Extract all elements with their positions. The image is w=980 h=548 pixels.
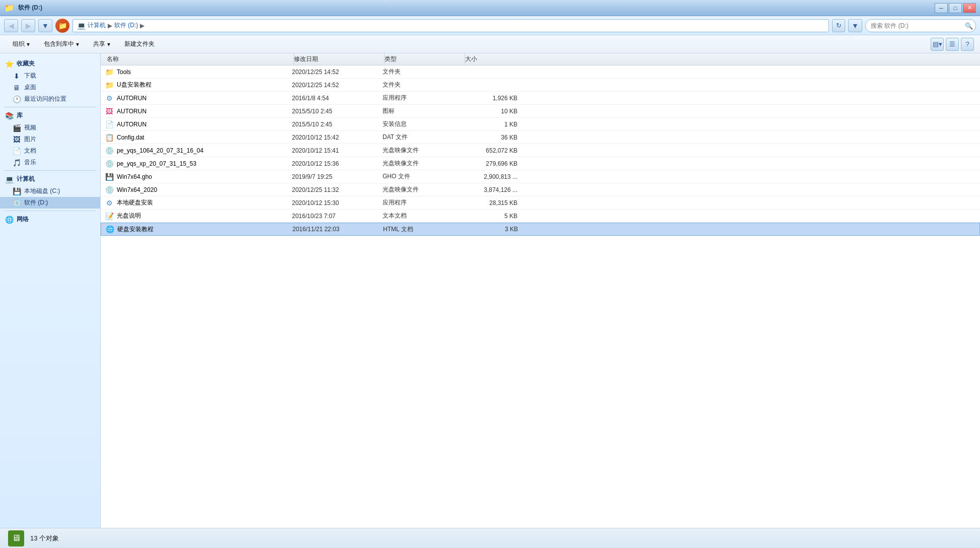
col-header-date[interactable]: 修改日期 bbox=[294, 53, 385, 65]
file-icon-img: 🖼 bbox=[105, 107, 114, 116]
file-type: 文件夹 bbox=[383, 81, 463, 89]
file-type: 光盘映像文件 bbox=[383, 159, 463, 168]
col-header-type[interactable]: 类型 bbox=[385, 53, 465, 65]
file-date: 2015/5/10 2:45 bbox=[292, 121, 383, 128]
address-bar: ◀ ▶ ▼ 📁 💻 计算机 ▶ 软件 (D:) ▶ ↻ ▼ 🔍 bbox=[0, 16, 980, 35]
titlebar-controls: ─ □ ✕ bbox=[935, 3, 976, 13]
file-name: U盘安装教程 bbox=[117, 81, 152, 89]
file-date: 2016/10/23 7:07 bbox=[292, 213, 383, 220]
sidebar-item-video[interactable]: 🎬 视频 bbox=[0, 122, 100, 133]
file-list: 📁 Tools 2020/12/25 14:52 文件夹 📁 U盘安装教程 20… bbox=[101, 65, 980, 528]
statusbar-count: 13 个对象 bbox=[30, 534, 59, 543]
recent-icon: 🕐 bbox=[12, 95, 21, 103]
sidebar-item-music[interactable]: 🎵 音乐 bbox=[0, 157, 100, 168]
file-size: 3,874,126 ... bbox=[463, 186, 523, 193]
sidebar-section-favorites: ⭐ 收藏夹 ⬇ 下载 🖥 桌面 🕐 最近访问的位置 bbox=[0, 57, 100, 105]
col-header-name[interactable]: 名称 bbox=[103, 53, 294, 65]
file-size: 5 KB bbox=[463, 213, 523, 220]
breadcrumb-sep-2: ▶ bbox=[140, 22, 144, 29]
col-header-size[interactable]: 大小 bbox=[465, 53, 525, 65]
file-type: 文件夹 bbox=[383, 67, 463, 76]
table-row[interactable]: 📋 Config.dat 2020/10/12 15:42 DAT 文件 36 … bbox=[101, 131, 980, 144]
sidebar-section-network: 🌐 网络 bbox=[0, 213, 100, 226]
file-date: 2020/10/12 15:42 bbox=[292, 134, 383, 141]
breadcrumb-drive[interactable]: 软件 (D:) bbox=[114, 21, 138, 30]
file-icon-folder: 📁 bbox=[105, 81, 114, 90]
search-input[interactable] bbox=[865, 19, 976, 32]
file-date: 2016/1/8 4:54 bbox=[292, 95, 383, 102]
sidebar-item-desktop[interactable]: 🖥 桌面 bbox=[0, 82, 100, 93]
file-icon-iso: 💿 bbox=[105, 185, 114, 194]
file-name: Win7x64.gho bbox=[117, 173, 152, 180]
maximize-button[interactable]: □ bbox=[949, 3, 962, 13]
titlebar-left: 📁 软件 (D:) bbox=[4, 3, 42, 13]
sidebar-item-download[interactable]: ⬇ 下载 bbox=[0, 70, 100, 82]
table-row[interactable]: 💿 Win7x64_2020 2020/12/25 11:32 光盘映像文件 3… bbox=[101, 183, 980, 196]
breadcrumb-bar: 💻 计算机 ▶ 软件 (D:) ▶ bbox=[72, 19, 829, 32]
disk-c-icon: 💾 bbox=[12, 187, 21, 195]
file-name: Config.dat bbox=[117, 134, 144, 141]
new-folder-button[interactable]: 新建文件夹 bbox=[118, 37, 161, 51]
file-size: 28,315 KB bbox=[463, 199, 523, 207]
down-button[interactable]: ▼ bbox=[38, 19, 52, 32]
file-type: 光盘映像文件 bbox=[383, 185, 463, 194]
sidebar-item-recent[interactable]: 🕐 最近访问的位置 bbox=[0, 93, 100, 105]
recent-button[interactable]: ▼ bbox=[848, 19, 862, 32]
sidebar-library-title[interactable]: 📚 库 bbox=[0, 109, 100, 122]
forward-button[interactable]: ▶ bbox=[21, 19, 35, 32]
organize-button[interactable]: 组织 ▾ bbox=[6, 37, 36, 51]
table-row[interactable]: 📄 AUTORUN 2015/5/10 2:45 安装信息 1 KB bbox=[101, 118, 980, 131]
toolbar-right-buttons: ▤▾ ☰ ? bbox=[931, 38, 974, 51]
minimize-button[interactable]: ─ bbox=[935, 3, 948, 13]
sidebar: ⭐ 收藏夹 ⬇ 下载 🖥 桌面 🕐 最近访问的位置 📚 库 bbox=[0, 53, 101, 528]
help-button[interactable]: ? bbox=[961, 38, 974, 51]
sidebar-divider-1 bbox=[4, 107, 96, 107]
sidebar-network-title[interactable]: 🌐 网络 bbox=[0, 213, 100, 226]
video-icon: 🎬 bbox=[12, 124, 21, 132]
breadcrumb-computer[interactable]: 💻 计算机 bbox=[77, 21, 106, 30]
table-row[interactable]: 📁 Tools 2020/12/25 14:52 文件夹 bbox=[101, 65, 980, 79]
titlebar-title: 软件 (D:) bbox=[18, 4, 42, 12]
table-row[interactable]: 🌐 硬盘安装教程 2016/11/21 22:03 HTML 文档 3 KB bbox=[101, 223, 980, 236]
file-date: 2020/12/25 11:32 bbox=[292, 186, 383, 193]
file-type: GHO 文件 bbox=[383, 172, 463, 181]
statusbar-icon: 🖥 bbox=[8, 530, 24, 546]
file-icon-iso: 💿 bbox=[105, 146, 114, 155]
close-button[interactable]: ✕ bbox=[963, 3, 976, 13]
file-area: 名称 修改日期 类型 大小 📁 Tools 2020/12/25 14:52 文… bbox=[101, 53, 980, 528]
file-date: 2020/10/12 15:36 bbox=[292, 160, 383, 167]
view-toggle-button[interactable]: ▤▾ bbox=[931, 38, 944, 51]
refresh-button[interactable]: ↻ bbox=[832, 19, 845, 32]
preview-button[interactable]: ☰ bbox=[946, 38, 959, 51]
table-row[interactable]: ⚙ AUTORUN 2016/1/8 4:54 应用程序 1,926 KB bbox=[101, 92, 980, 105]
sidebar-item-software-d[interactable]: 💿 软件 (D:) bbox=[0, 197, 100, 209]
favorites-icon: ⭐ bbox=[5, 60, 14, 68]
file-icon-folder: 📁 bbox=[105, 67, 114, 77]
share-button[interactable]: 共享 ▾ bbox=[87, 37, 117, 51]
file-size: 652,072 KB bbox=[463, 147, 523, 154]
file-type: 光盘映像文件 bbox=[383, 146, 463, 155]
sidebar-section-computer: 💻 计算机 💾 本地磁盘 (C:) 💿 软件 (D:) bbox=[0, 173, 100, 209]
table-row[interactable]: 📁 U盘安装教程 2020/12/25 14:52 文件夹 bbox=[101, 79, 980, 92]
picture-icon: 🖼 bbox=[12, 135, 21, 144]
table-row[interactable]: ⚙ 本地硬盘安装 2020/10/12 15:30 应用程序 28,315 KB bbox=[101, 196, 980, 210]
table-row[interactable]: 💾 Win7x64.gho 2019/9/7 19:25 GHO 文件 2,90… bbox=[101, 170, 980, 183]
file-icon-txt: 📝 bbox=[105, 212, 114, 221]
file-date: 2016/11/21 22:03 bbox=[292, 226, 383, 233]
file-icon-html: 🌐 bbox=[105, 225, 114, 234]
sidebar-favorites-title[interactable]: ⭐ 收藏夹 bbox=[0, 57, 100, 70]
table-row[interactable]: 🖼 AUTORUN 2015/5/10 2:45 图标 10 KB bbox=[101, 105, 980, 118]
sidebar-item-doc[interactable]: 📄 文档 bbox=[0, 145, 100, 157]
sidebar-item-local-c[interactable]: 💾 本地磁盘 (C:) bbox=[0, 185, 100, 197]
file-size: 36 KB bbox=[463, 134, 523, 141]
table-row[interactable]: 📝 光盘说明 2016/10/23 7:07 文本文档 5 KB bbox=[101, 210, 980, 223]
back-button[interactable]: ◀ bbox=[4, 19, 18, 32]
file-type: 安装信息 bbox=[383, 120, 463, 128]
table-row[interactable]: 💿 pe_yqs_1064_20_07_31_16_04 2020/10/12 … bbox=[101, 144, 980, 157]
toolbar: 组织 ▾ 包含到库中 ▾ 共享 ▾ 新建文件夹 ▤▾ ☰ ? bbox=[0, 35, 980, 53]
sidebar-computer-title[interactable]: 💻 计算机 bbox=[0, 173, 100, 185]
sidebar-item-picture[interactable]: 🖼 图片 bbox=[0, 133, 100, 145]
table-row[interactable]: 💿 pe_yqs_xp_20_07_31_15_53 2020/10/12 15… bbox=[101, 157, 980, 170]
file-size: 2,900,813 ... bbox=[463, 173, 523, 180]
archive-button[interactable]: 包含到库中 ▾ bbox=[37, 37, 86, 51]
